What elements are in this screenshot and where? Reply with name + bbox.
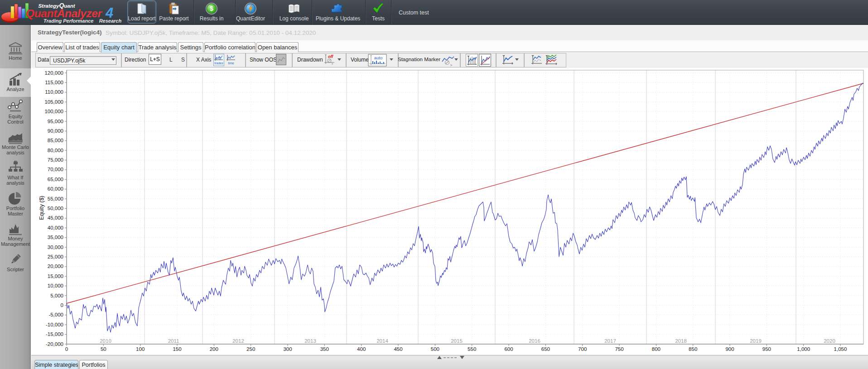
- svg-text:50: 50: [101, 346, 106, 352]
- svg-text:200: 200: [210, 346, 218, 352]
- svg-text:115,000: 115,000: [45, 80, 63, 85]
- svg-text:15,000: 15,000: [48, 273, 63, 279]
- svg-text:40,000: 40,000: [48, 225, 63, 230]
- svg-text:0: 0: [61, 302, 63, 308]
- svg-text:Equity ($): Equity ($): [39, 196, 45, 220]
- svg-text:105,000: 105,000: [44, 99, 63, 105]
- svg-text:-5,000: -5,000: [48, 312, 63, 317]
- svg-text:100,000: 100,000: [44, 109, 63, 114]
- svg-text:400: 400: [357, 346, 366, 352]
- svg-text:2014: 2014: [376, 338, 388, 344]
- svg-text:500: 500: [431, 346, 439, 352]
- svg-text:50,000: 50,000: [48, 206, 63, 211]
- svg-text:2012: 2012: [232, 338, 244, 344]
- svg-text:30,000: 30,000: [48, 244, 63, 250]
- svg-text:120,000: 120,000: [44, 70, 63, 76]
- svg-text:150: 150: [173, 346, 181, 352]
- svg-text:550: 550: [468, 346, 476, 352]
- svg-text:1,000: 1,000: [797, 346, 810, 352]
- svg-text:2010: 2010: [100, 338, 111, 344]
- svg-text:750: 750: [615, 346, 623, 352]
- svg-text:300: 300: [283, 346, 292, 352]
- svg-text:800: 800: [652, 346, 661, 352]
- svg-text:55,000: 55,000: [48, 196, 63, 201]
- svg-text:2016: 2016: [529, 338, 540, 344]
- svg-text:35,000: 35,000: [48, 235, 63, 240]
- svg-text:650: 650: [541, 346, 550, 352]
- svg-text:700: 700: [578, 346, 587, 352]
- svg-text:850: 850: [689, 346, 697, 352]
- svg-text:65,000: 65,000: [48, 177, 63, 182]
- svg-text:80,000: 80,000: [48, 148, 63, 153]
- svg-text:5,000: 5,000: [50, 293, 63, 298]
- svg-text:600: 600: [504, 346, 513, 352]
- svg-text:250: 250: [246, 346, 255, 352]
- svg-text:350: 350: [320, 346, 329, 352]
- svg-text:0: 0: [65, 346, 68, 352]
- svg-text:2018: 2018: [675, 338, 687, 344]
- svg-text:70,000: 70,000: [48, 167, 63, 172]
- svg-text:950: 950: [762, 346, 771, 352]
- svg-text:25,000: 25,000: [48, 254, 63, 259]
- svg-text:20,000: 20,000: [48, 264, 63, 269]
- svg-text:-20,000: -20,000: [46, 341, 63, 347]
- svg-text:2013: 2013: [304, 338, 316, 344]
- svg-text:2011: 2011: [168, 338, 179, 344]
- svg-text:900: 900: [725, 346, 734, 352]
- svg-text:100: 100: [136, 346, 145, 352]
- svg-text:-10,000: -10,000: [46, 322, 63, 327]
- svg-text:85,000: 85,000: [48, 138, 63, 143]
- svg-text:-15,000: -15,000: [46, 331, 63, 337]
- svg-text:2020: 2020: [824, 338, 835, 344]
- svg-text:95,000: 95,000: [48, 119, 63, 124]
- svg-text:450: 450: [394, 346, 402, 352]
- svg-text:1,050: 1,050: [834, 346, 847, 352]
- svg-text:75,000: 75,000: [48, 157, 63, 163]
- svg-text:2019: 2019: [750, 338, 762, 344]
- svg-text:90,000: 90,000: [48, 128, 63, 134]
- svg-text:60,000: 60,000: [48, 186, 63, 192]
- svg-text:45,000: 45,000: [48, 215, 63, 220]
- svg-text:2017: 2017: [604, 338, 616, 344]
- svg-text:10,000: 10,000: [48, 283, 63, 288]
- svg-text:2015: 2015: [451, 338, 463, 344]
- svg-text:110,000: 110,000: [45, 89, 63, 95]
